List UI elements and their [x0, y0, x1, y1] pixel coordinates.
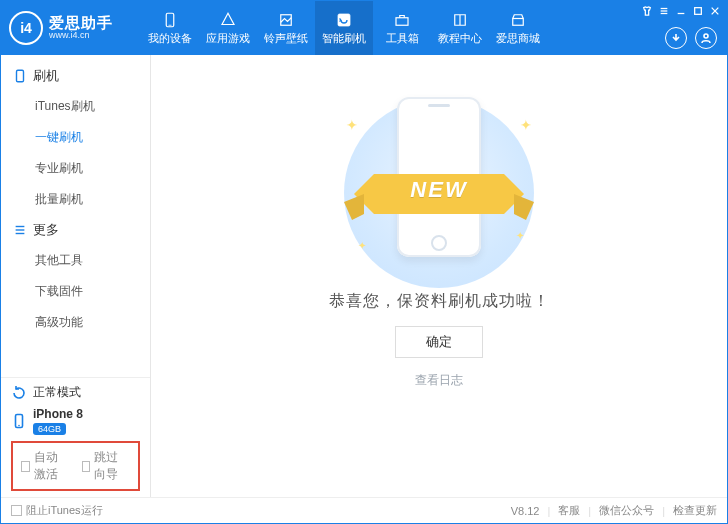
sidebar-bottom: 正常模式 iPhone 8 64GB 自动激活 — [1, 377, 150, 497]
brand-logo: i4 — [9, 11, 43, 45]
menu-flash: iTunes刷机 一键刷机 专业刷机 批量刷机 — [1, 91, 150, 215]
svg-rect-5 — [513, 18, 524, 25]
nav-label: 智能刷机 — [322, 31, 366, 46]
svg-rect-14 — [17, 70, 24, 81]
apps-icon — [219, 11, 237, 29]
status-bar: 阻止iTunes运行 V8.12 | 客服 | 微信公众号 | 检查更新 — [1, 497, 727, 523]
user-icon[interactable] — [695, 27, 717, 49]
phone-icon — [161, 11, 179, 29]
checkbox-icon — [11, 505, 22, 516]
sparkle-icon: ✦ — [520, 117, 532, 133]
brand-subtitle: www.i4.cn — [49, 31, 113, 41]
sidebar-item-other-tools[interactable]: 其他工具 — [1, 245, 150, 276]
check-update-link[interactable]: 检查更新 — [673, 503, 717, 518]
device-capacity-badge: 64GB — [33, 423, 66, 435]
support-link[interactable]: 客服 — [558, 503, 580, 518]
check-label: 自动激活 — [34, 449, 70, 483]
mode-row[interactable]: 正常模式 — [11, 384, 140, 401]
device-phone-icon — [11, 413, 27, 429]
sidebar-item-itunes-flash[interactable]: iTunes刷机 — [1, 91, 150, 122]
phone-outline-icon — [13, 69, 27, 83]
nav-tutorial[interactable]: 教程中心 — [431, 1, 489, 55]
separator: | — [662, 505, 665, 517]
nav-label: 爱思商城 — [496, 31, 540, 46]
brand: i4 爱思助手 www.i4.cn — [1, 1, 141, 55]
brand-logo-text: i4 — [20, 20, 32, 36]
menu-icon[interactable] — [658, 5, 670, 17]
title-actions — [665, 27, 717, 49]
sidebar-item-download-firmware[interactable]: 下载固件 — [1, 276, 150, 307]
checkbox-icon — [82, 461, 91, 472]
device-name: iPhone 8 — [33, 407, 83, 421]
svg-point-19 — [18, 425, 20, 427]
wallpaper-icon — [277, 11, 295, 29]
sparkle-icon: ✦ — [358, 240, 366, 251]
ribbon-text: NEW — [410, 177, 467, 203]
brand-text: 爱思助手 www.i4.cn — [49, 15, 113, 41]
sidebar-section-more[interactable]: 更多 — [1, 215, 150, 245]
menu-more: 其他工具 下载固件 高级功能 — [1, 245, 150, 338]
close-icon[interactable] — [709, 5, 721, 17]
brand-title: 爱思助手 — [49, 15, 113, 32]
sparkle-icon: ✦ — [346, 117, 358, 133]
check-label: 跳过向导 — [94, 449, 130, 483]
maximize-icon[interactable] — [692, 5, 704, 17]
success-message: 恭喜您，保资料刷机成功啦！ — [329, 291, 550, 312]
sidebar-item-batch-flash[interactable]: 批量刷机 — [1, 184, 150, 215]
check-auto-activate[interactable]: 自动激活 — [21, 449, 70, 483]
sparkle-icon: ✦ — [516, 230, 524, 241]
svg-rect-4 — [396, 17, 408, 25]
checkbox-icon — [21, 461, 30, 472]
nav-toolbox[interactable]: 工具箱 — [373, 1, 431, 55]
ribbon: NEW — [344, 154, 534, 224]
sidebar-item-onekey-flash[interactable]: 一键刷机 — [1, 122, 150, 153]
wechat-link[interactable]: 微信公众号 — [599, 503, 654, 518]
nav-flash[interactable]: 智能刷机 — [315, 1, 373, 55]
section-title: 更多 — [33, 221, 59, 239]
book-icon — [451, 11, 469, 29]
list-icon — [13, 223, 27, 237]
check-block-itunes[interactable]: 阻止iTunes运行 — [11, 503, 103, 518]
ok-button[interactable]: 确定 — [395, 326, 483, 358]
sidebar-item-pro-flash[interactable]: 专业刷机 — [1, 153, 150, 184]
nav-label: 铃声壁纸 — [264, 31, 308, 46]
device-row[interactable]: iPhone 8 64GB — [11, 407, 140, 435]
svg-rect-10 — [695, 8, 702, 15]
svg-point-13 — [704, 34, 708, 38]
view-log-link[interactable]: 查看日志 — [415, 372, 463, 389]
tshirt-icon[interactable] — [641, 5, 653, 17]
toolbox-icon — [393, 11, 411, 29]
body: 刷机 iTunes刷机 一键刷机 专业刷机 批量刷机 更多 其他工具 下载固件 … — [1, 55, 727, 497]
flash-icon — [335, 11, 353, 29]
download-icon[interactable] — [665, 27, 687, 49]
nav-label: 教程中心 — [438, 31, 482, 46]
store-icon — [509, 11, 527, 29]
sidebar-item-advanced[interactable]: 高级功能 — [1, 307, 150, 338]
sidebar-scroll: 刷机 iTunes刷机 一键刷机 专业刷机 批量刷机 更多 其他工具 下载固件 … — [1, 55, 150, 377]
main-content: ✦ ✦ ✦ ✦ NEW 恭喜您，保资料刷机成功啦！ 确定 查看日志 — [151, 55, 727, 497]
nav-label: 应用游戏 — [206, 31, 250, 46]
sidebar-section-flash[interactable]: 刷机 — [1, 61, 150, 91]
minimize-icon[interactable] — [675, 5, 687, 17]
mode-label: 正常模式 — [33, 384, 81, 401]
check-skip-guide[interactable]: 跳过向导 — [82, 449, 131, 483]
svg-rect-3 — [338, 14, 350, 26]
top-nav: 我的设备 应用游戏 铃声壁纸 智能刷机 工具箱 教程中心 — [141, 1, 641, 55]
sidebar: 刷机 iTunes刷机 一键刷机 专业刷机 批量刷机 更多 其他工具 下载固件 … — [1, 55, 151, 497]
svg-rect-0 — [166, 13, 174, 27]
section-title: 刷机 — [33, 67, 59, 85]
separator: | — [547, 505, 550, 517]
version-label: V8.12 — [511, 505, 540, 517]
activation-options: 自动激活 跳过向导 — [11, 441, 140, 491]
title-bar: i4 爱思助手 www.i4.cn 我的设备 应用游戏 铃声壁纸 智能刷机 — [1, 1, 727, 55]
separator: | — [588, 505, 591, 517]
nav-store[interactable]: 爱思商城 — [489, 1, 547, 55]
check-label: 阻止iTunes运行 — [26, 503, 103, 518]
nav-apps[interactable]: 应用游戏 — [199, 1, 257, 55]
nav-label: 我的设备 — [148, 31, 192, 46]
nav-label: 工具箱 — [386, 31, 419, 46]
nav-my-device[interactable]: 我的设备 — [141, 1, 199, 55]
nav-ringtone[interactable]: 铃声壁纸 — [257, 1, 315, 55]
app-window: i4 爱思助手 www.i4.cn 我的设备 应用游戏 铃声壁纸 智能刷机 — [0, 0, 728, 524]
success-illustration: ✦ ✦ ✦ ✦ NEW — [324, 77, 554, 277]
